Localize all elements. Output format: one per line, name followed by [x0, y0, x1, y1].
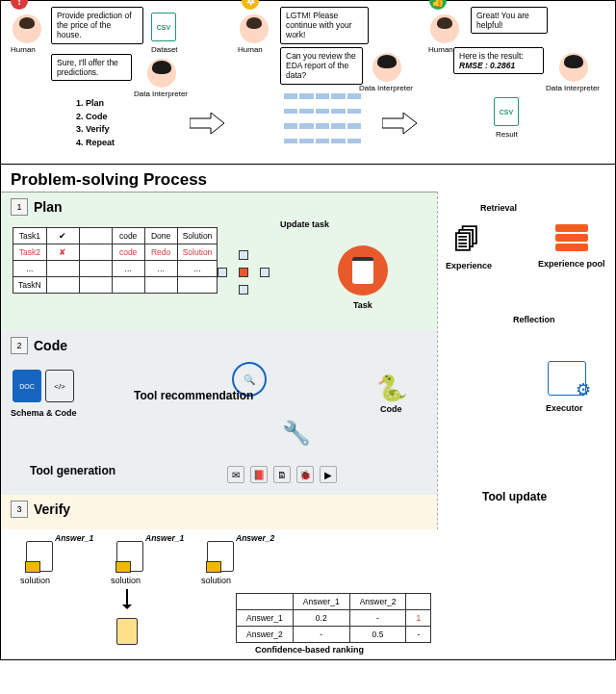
server-stack-icon: [555, 224, 588, 253]
section-number: 3: [11, 501, 28, 518]
tool-item-icon: 🐞: [296, 466, 314, 483]
badge-thumbsup-icon: 👍: [429, 0, 447, 10]
section-title: Verify: [34, 501, 70, 517]
tool-item-icon: 📕: [250, 466, 268, 483]
tool-item-icon: 🗎: [273, 466, 291, 483]
section-title: Code: [34, 338, 67, 353]
reflection-label: Reflection: [513, 315, 555, 324]
answer-label: Answer_2: [236, 533, 274, 543]
code-section: 2 Code DOC </> Schema & Code 🔍 Tool reco…: [1, 331, 439, 495]
answer-file-icon: [116, 541, 143, 572]
speech-bubble: Great! You are helpful!: [471, 7, 548, 34]
answer-file-icon: [26, 541, 53, 572]
executor-icon: [548, 361, 586, 396]
verify-section-header: 3 Verify: [1, 495, 439, 529]
schema-code-icon: DOC </>: [13, 370, 74, 402]
verify-section-body: Answer_1 solution Answer_1 solution Answ…: [1, 529, 615, 659]
csv-file-icon: CSV: [494, 97, 519, 126]
executor-label: Executor: [546, 403, 583, 413]
solution-label: solution: [20, 576, 50, 585]
data-interpreter-avatar-icon: [372, 53, 401, 82]
solution-label: solution: [201, 576, 231, 585]
speech-bubble: Provide prediction of the price of the h…: [51, 7, 143, 44]
speech-bubble: Can you review the EDA report of the dat…: [280, 47, 363, 85]
section-number: 2: [11, 337, 28, 354]
di-label: Data Interpreter: [359, 84, 413, 92]
arrow-right-icon: [190, 113, 224, 134]
human-avatar-icon: [430, 14, 459, 43]
tool-icons-row: ✉ 📕 🗎 🐞 ▶: [227, 466, 337, 483]
task-label: Task: [353, 300, 372, 310]
plan-section: 1 Plan Task1✔codeDoneSolution Task2✘code…: [1, 192, 439, 331]
human-avatar-icon: [13, 14, 41, 43]
dataset-label: Dataset: [151, 45, 178, 54]
answer-label: Answer_1: [145, 533, 184, 543]
tool-item-icon: ✉: [227, 466, 244, 483]
tool-item-icon: ▶: [320, 466, 337, 483]
task-icon: [338, 245, 388, 296]
task-table: Task1✔codeDoneSolution Task2✘codeRedoSol…: [13, 227, 218, 294]
arrow-right-icon: [382, 113, 417, 134]
python-icon: 🐍: [376, 373, 407, 403]
data-interpreter-avatar-icon: [559, 53, 588, 82]
ranking-table: Answer_1Answer_2 Answer_10.2-1 Answer_2-…: [236, 593, 431, 643]
retrieval-label: Retrieval: [480, 203, 517, 213]
experience-label: Experience: [446, 261, 492, 270]
update-task-label: Update task: [280, 219, 329, 229]
di-label: Data Interpreter: [134, 90, 188, 98]
tool-rec-label: Tool recommendation: [134, 389, 253, 402]
section-title: Plan: [34, 199, 63, 215]
section-number: 1: [11, 198, 28, 216]
speech-bubble: LGTM! Please continue with your work!: [280, 7, 369, 44]
human-avatar-icon: [240, 14, 269, 43]
plan-steps-list: 1. Plan 2. Code 3. Verify 4. Repeat: [76, 97, 115, 149]
solution-label: solution: [111, 576, 141, 585]
tool-gen-label: Tool generation: [30, 464, 116, 477]
badge-alert-icon: !: [11, 0, 28, 10]
experience-doc-icon: 🗐: [453, 224, 488, 259]
data-interpreter-avatar-icon: [147, 59, 176, 88]
human-label: Human: [238, 45, 263, 54]
answer-file-icon: [207, 541, 234, 572]
answer-label: Answer_1: [55, 533, 93, 543]
experience-pool-label: Experience pool: [538, 259, 605, 269]
ranking-label: Confidence-based ranking: [255, 645, 364, 655]
speech-bubble: Here is the result:RMSE : 0.2861: [453, 47, 544, 74]
human-label: Human: [11, 45, 36, 54]
speech-bubble: Sure, I'll offer the predictions.: [51, 54, 132, 81]
schema-label: Schema & Code: [11, 408, 77, 418]
tool-update-label: Tool update: [482, 490, 547, 503]
code-label: Code: [380, 404, 402, 414]
csv-file-icon: CSV: [151, 13, 176, 41]
task-graph-icon: [218, 250, 270, 298]
wrench-icon: 🔧: [282, 420, 311, 449]
badge-idea-icon: ✲: [242, 0, 259, 10]
arrow-down-icon: [126, 589, 128, 608]
figure-container: ! ✲ 👍 Human Provide prediction of the pr…: [0, 0, 616, 660]
di-label: Data Interpreter: [546, 84, 600, 92]
interaction-examples: ! ✲ 👍 Human Provide prediction of the pr…: [1, 1, 615, 165]
result-label: Result: [496, 130, 518, 139]
eda-report-thumbnail: [284, 93, 361, 151]
process-title: Problem-solving Process: [1, 165, 615, 192]
clipboard-check-icon: [116, 618, 138, 645]
human-label: Human: [428, 45, 453, 54]
